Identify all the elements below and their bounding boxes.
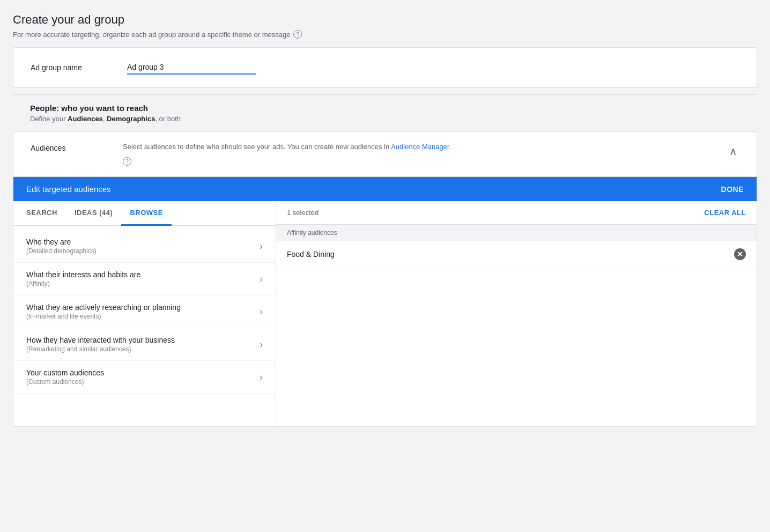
browse-item-main: How they have interacted with your busin… [26, 336, 260, 344]
demographics-link[interactable]: Demographics [107, 115, 155, 123]
tabs-row: SEARCH IDEAS (44) BROWSE [13, 201, 276, 226]
audiences-header: Audiences Select audiences to define who… [13, 132, 757, 176]
people-title-bold: People [30, 104, 56, 113]
browse-item-sub: (Custom audiences) [26, 378, 260, 386]
audiences-desc: Select audiences to define who should se… [123, 143, 710, 151]
edit-panel: Edit targeted audiences DONE SEARCH IDEA… [13, 176, 757, 426]
chevron-right-icon: › [260, 306, 263, 317]
tab-ideas[interactable]: IDEAS (44) [66, 201, 121, 226]
tab-search[interactable]: SEARCH [18, 201, 66, 226]
page-header: Create your ad group For more accurate t… [13, 13, 757, 39]
people-desc-comma: , [103, 115, 107, 123]
page-subtitle: For more accurate targeting, organize ea… [13, 30, 757, 39]
audiences-label: Audiences [31, 143, 106, 152]
browse-item-text: What their interests and habits are (Aff… [26, 270, 260, 287]
browse-item-sub: (In-market and life events) [26, 313, 260, 320]
audiences-desc-text: Select audiences to define who should se… [123, 143, 391, 151]
browse-item-text: How they have interacted with your busin… [26, 336, 260, 353]
browse-item-main: Your custom audiences [26, 368, 260, 377]
edit-panel-title: Edit targeted audiences [26, 184, 111, 194]
browse-item-text: Your custom audiences (Custom audiences) [26, 368, 260, 386]
people-section-desc: Define your Audiences, Demographics, or … [30, 115, 740, 123]
browse-item-main: Who they are [26, 238, 260, 246]
selected-item-row: Food & Dining ✕ [276, 241, 757, 268]
browse-item-sub: (Remarketing and similar audiences) [26, 345, 260, 353]
chevron-right-icon: › [260, 274, 263, 285]
audiences-help-icon[interactable]: ? [123, 157, 131, 166]
page-title: Create your ad group [13, 13, 757, 27]
browse-item[interactable]: Your custom audiences (Custom audiences)… [13, 361, 276, 394]
done-button[interactable]: DONE [721, 185, 744, 194]
browse-item-sub: (Affinity) [26, 280, 260, 287]
tab-browse[interactable]: BROWSE [121, 201, 172, 226]
chevron-right-icon: › [260, 339, 263, 350]
selected-count: 1 selected [287, 209, 319, 217]
people-section-title: People: who you want to reach [30, 104, 740, 113]
page-subtitle-text: For more accurate targeting, organize ea… [13, 31, 290, 39]
audiences-desc-block: Select audiences to define who should se… [123, 143, 710, 166]
edit-panel-header: Edit targeted audiences DONE [13, 177, 757, 201]
chevron-right-icon: › [260, 241, 263, 252]
right-panel-header: 1 selected CLEAR ALL [276, 201, 757, 225]
browse-item-text: Who they are (Detailed demographics) [26, 238, 260, 255]
browse-item[interactable]: What their interests and habits are (Aff… [13, 263, 276, 295]
remove-item-button[interactable]: ✕ [734, 248, 746, 260]
browse-item[interactable]: How they have interacted with your busin… [13, 328, 276, 361]
people-title-rest: : who you want to reach [56, 104, 148, 113]
affinity-header: Affinity audiences [276, 225, 757, 241]
people-desc-prefix: Define your [30, 115, 68, 123]
audiences-card: Audiences Select audiences to define who… [13, 131, 757, 427]
page-help-icon[interactable]: ? [293, 30, 302, 39]
audience-manager-link[interactable]: Audience Manager [391, 143, 449, 151]
audiences-link[interactable]: Audiences [68, 115, 103, 123]
people-desc-suffix: , or both [155, 115, 181, 123]
clear-all-button[interactable]: CLEAR ALL [704, 209, 746, 217]
ad-group-name-row: Ad group name [31, 61, 739, 75]
browse-item-main: What their interests and habits are [26, 270, 260, 279]
left-panel: SEARCH IDEAS (44) BROWSE Who they are (D… [13, 201, 276, 426]
collapse-icon[interactable]: ∧ [727, 143, 739, 160]
ad-group-name-label: Ad group name [31, 63, 106, 72]
ad-group-name-input[interactable] [127, 61, 256, 75]
edit-panel-body: SEARCH IDEAS (44) BROWSE Who they are (D… [13, 201, 757, 426]
audiences-desc-end: . [449, 143, 451, 151]
browse-item-text: What they are actively researching or pl… [26, 303, 260, 320]
chevron-right-icon: › [260, 372, 263, 383]
selected-item-name: Food & Dining [287, 250, 335, 258]
right-panel: 1 selected CLEAR ALL Affinity audiences … [276, 201, 757, 426]
browse-list: Who they are (Detailed demographics) › W… [13, 226, 276, 398]
browse-item-sub: (Detailed demographics) [26, 247, 260, 255]
people-section-header: People: who you want to reach Define you… [13, 94, 757, 131]
browse-item[interactable]: Who they are (Detailed demographics) › [13, 230, 276, 263]
browse-item[interactable]: What they are actively researching or pl… [13, 295, 276, 328]
browse-item-main: What they are actively researching or pl… [26, 303, 260, 312]
ad-group-name-card: Ad group name [13, 47, 757, 88]
